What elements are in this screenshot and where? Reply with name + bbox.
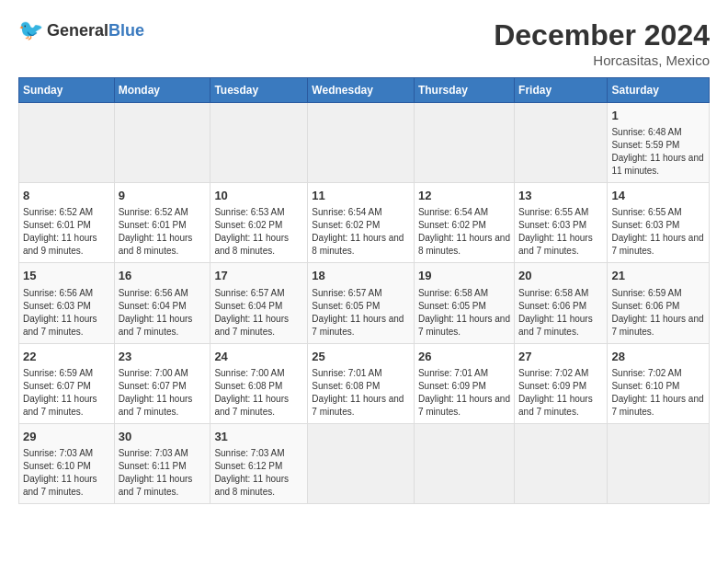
weekday-header-thursday: Thursday xyxy=(414,78,514,103)
day-number: 22 xyxy=(23,349,110,365)
calendar-day-cell: 9 Sunrise: 6:52 AM Sunset: 6:01 PM Dayli… xyxy=(114,183,210,263)
logo-bird-icon: 🐦 xyxy=(18,18,43,42)
sunset-info: Sunset: 6:03 PM xyxy=(611,219,705,232)
sunrise-info: Sunrise: 7:00 AM xyxy=(119,367,207,380)
sunset-info: Sunset: 6:08 PM xyxy=(312,380,410,393)
sunrise-info: Sunrise: 6:52 AM xyxy=(23,206,110,219)
day-number: 25 xyxy=(312,349,410,365)
day-number: 26 xyxy=(418,349,510,365)
day-number: 9 xyxy=(119,188,207,204)
daylight-info: Daylight: 11 hours and 8 minutes. xyxy=(214,473,303,499)
sunrise-info: Sunrise: 6:57 AM xyxy=(312,287,410,300)
calendar-day-cell: 11 Sunrise: 6:54 AM Sunset: 6:02 PM Dayl… xyxy=(308,183,415,263)
day-number: 15 xyxy=(23,268,110,284)
daylight-info: Daylight: 11 hours and 7 minutes. xyxy=(23,313,110,339)
calendar-day-cell: 23 Sunrise: 7:00 AM Sunset: 6:07 PM Dayl… xyxy=(114,343,210,423)
calendar-day-cell: 20 Sunrise: 6:58 AM Sunset: 6:06 PM Dayl… xyxy=(515,263,608,343)
sunset-info: Sunset: 6:09 PM xyxy=(518,380,603,393)
sunset-info: Sunset: 6:02 PM xyxy=(312,219,410,232)
weekday-header-row: SundayMondayTuesdayWednesdayThursdayFrid… xyxy=(19,78,710,103)
sunset-info: Sunset: 6:07 PM xyxy=(119,380,207,393)
sunset-info: Sunset: 6:10 PM xyxy=(23,460,110,473)
sunrise-info: Sunrise: 6:54 AM xyxy=(418,206,510,219)
sunset-info: Sunset: 6:07 PM xyxy=(23,380,110,393)
month-title: December 2024 xyxy=(494,18,710,52)
day-number: 8 xyxy=(23,188,110,204)
calendar-day-cell xyxy=(19,103,115,183)
day-number: 30 xyxy=(119,429,207,445)
weekday-header-saturday: Saturday xyxy=(608,78,710,103)
sunrise-info: Sunrise: 7:02 AM xyxy=(611,367,705,380)
daylight-info: Daylight: 11 hours and 7 minutes. xyxy=(418,393,510,419)
sunrise-info: Sunrise: 6:56 AM xyxy=(119,287,207,300)
sunset-info: Sunset: 6:02 PM xyxy=(214,219,303,232)
calendar-day-cell: 21 Sunrise: 6:59 AM Sunset: 6:06 PM Dayl… xyxy=(608,263,710,343)
sunset-info: Sunset: 6:04 PM xyxy=(214,300,303,313)
day-number: 13 xyxy=(518,188,603,204)
daylight-info: Daylight: 11 hours and 7 minutes. xyxy=(23,473,110,499)
sunrise-info: Sunrise: 6:55 AM xyxy=(518,206,603,219)
sunrise-info: Sunrise: 6:59 AM xyxy=(23,367,110,380)
calendar-day-cell: 18 Sunrise: 6:57 AM Sunset: 6:05 PM Dayl… xyxy=(308,263,415,343)
daylight-info: Daylight: 11 hours and 9 minutes. xyxy=(23,232,110,258)
calendar-day-cell: 16 Sunrise: 6:56 AM Sunset: 6:04 PM Dayl… xyxy=(114,263,210,343)
sunrise-info: Sunrise: 7:01 AM xyxy=(418,367,510,380)
day-number: 29 xyxy=(23,429,110,445)
sunset-info: Sunset: 6:11 PM xyxy=(119,460,207,473)
sunrise-info: Sunrise: 6:58 AM xyxy=(518,287,603,300)
calendar-day-cell: 19 Sunrise: 6:58 AM Sunset: 6:05 PM Dayl… xyxy=(414,263,514,343)
calendar-day-cell: 29 Sunrise: 7:03 AM Sunset: 6:10 PM Dayl… xyxy=(19,423,115,503)
daylight-info: Daylight: 11 hours and 7 minutes. xyxy=(518,232,603,258)
sunrise-info: Sunrise: 6:48 AM xyxy=(611,126,705,139)
calendar-day-cell: 31 Sunrise: 7:03 AM Sunset: 6:12 PM Dayl… xyxy=(210,423,308,503)
calendar-day-cell xyxy=(114,103,210,183)
sunrise-info: Sunrise: 6:57 AM xyxy=(214,287,303,300)
logo-blue-text: Blue xyxy=(108,21,144,40)
daylight-info: Daylight: 11 hours and 7 minutes. xyxy=(119,393,207,419)
daylight-info: Daylight: 11 hours and 7 minutes. xyxy=(119,313,207,339)
sunset-info: Sunset: 6:08 PM xyxy=(214,380,303,393)
calendar-day-cell: 28 Sunrise: 7:02 AM Sunset: 6:10 PM Dayl… xyxy=(608,343,710,423)
sunset-info: Sunset: 6:06 PM xyxy=(611,300,705,313)
location-title: Horcasitas, Mexico xyxy=(494,52,710,68)
logo: 🐦 GeneralBlue xyxy=(18,18,144,42)
sunrise-info: Sunrise: 7:03 AM xyxy=(119,447,207,460)
weekday-header-monday: Monday xyxy=(114,78,210,103)
daylight-info: Daylight: 11 hours and 7 minutes. xyxy=(611,393,705,419)
day-number: 1 xyxy=(611,108,705,124)
calendar-day-cell xyxy=(308,103,415,183)
calendar-week-row: 29 Sunrise: 7:03 AM Sunset: 6:10 PM Dayl… xyxy=(19,423,710,503)
calendar-day-cell: 22 Sunrise: 6:59 AM Sunset: 6:07 PM Dayl… xyxy=(19,343,115,423)
sunrise-info: Sunrise: 6:52 AM xyxy=(119,206,207,219)
day-number: 20 xyxy=(518,268,603,284)
weekday-header-wednesday: Wednesday xyxy=(308,78,415,103)
daylight-info: Daylight: 11 hours and 7 minutes. xyxy=(611,232,705,258)
daylight-info: Daylight: 11 hours and 8 minutes. xyxy=(312,232,410,258)
calendar-day-cell: 8 Sunrise: 6:52 AM Sunset: 6:01 PM Dayli… xyxy=(19,183,115,263)
sunset-info: Sunset: 6:01 PM xyxy=(119,219,207,232)
day-number: 23 xyxy=(119,349,207,365)
daylight-info: Daylight: 11 hours and 7 minutes. xyxy=(312,313,410,339)
daylight-info: Daylight: 11 hours and 8 minutes. xyxy=(214,232,303,258)
sunset-info: Sunset: 6:05 PM xyxy=(418,300,510,313)
logo-general-text: General xyxy=(47,21,108,40)
sunset-info: Sunset: 6:03 PM xyxy=(518,219,603,232)
sunrise-info: Sunrise: 7:03 AM xyxy=(214,447,303,460)
calendar-day-cell: 24 Sunrise: 7:00 AM Sunset: 6:08 PM Dayl… xyxy=(210,343,308,423)
calendar-day-cell: 27 Sunrise: 7:02 AM Sunset: 6:09 PM Dayl… xyxy=(515,343,608,423)
sunrise-info: Sunrise: 6:53 AM xyxy=(214,206,303,219)
calendar-day-cell xyxy=(414,423,514,503)
sunset-info: Sunset: 6:02 PM xyxy=(418,219,510,232)
sunrise-info: Sunrise: 7:02 AM xyxy=(518,367,603,380)
day-number: 19 xyxy=(418,268,510,284)
calendar-day-cell: 1 Sunrise: 6:48 AM Sunset: 5:59 PM Dayli… xyxy=(608,103,710,183)
day-number: 11 xyxy=(312,188,410,204)
daylight-info: Daylight: 11 hours and 8 minutes. xyxy=(418,232,510,258)
calendar-day-cell xyxy=(308,423,415,503)
sunrise-info: Sunrise: 6:54 AM xyxy=(312,206,410,219)
day-number: 28 xyxy=(611,349,705,365)
calendar-day-cell: 30 Sunrise: 7:03 AM Sunset: 6:11 PM Dayl… xyxy=(114,423,210,503)
sunset-info: Sunset: 6:09 PM xyxy=(418,380,510,393)
weekday-header-sunday: Sunday xyxy=(19,78,115,103)
daylight-info: Daylight: 11 hours and 8 minutes. xyxy=(119,232,207,258)
